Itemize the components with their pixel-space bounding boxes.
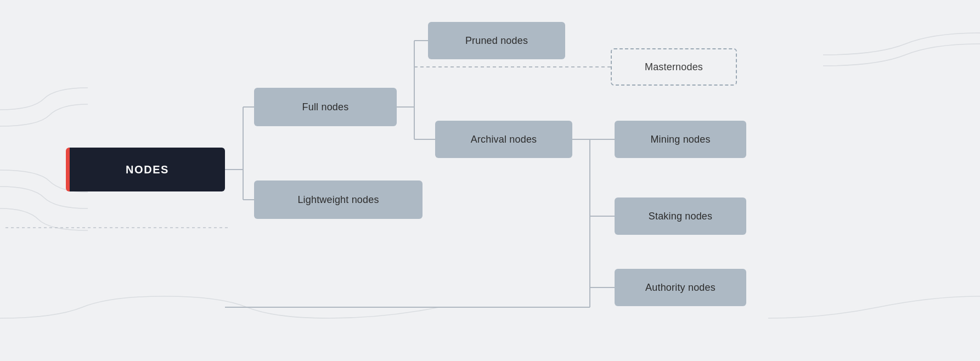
pruned-nodes-label: Pruned nodes: [465, 35, 528, 47]
authority-nodes-box: Authority nodes: [615, 269, 746, 306]
root-node: NODES: [66, 148, 225, 191]
archival-nodes-box: Archival nodes: [435, 121, 572, 158]
diagram-container: NODES Full nodes Lightweight nodes Prune…: [0, 0, 980, 361]
pruned-nodes-box: Pruned nodes: [428, 22, 565, 59]
authority-nodes-label: Authority nodes: [645, 282, 716, 294]
root-node-label: NODES: [126, 163, 169, 176]
mining-nodes-label: Mining nodes: [650, 134, 710, 145]
masternodes-box: Masternodes: [611, 48, 737, 86]
lightweight-nodes-box: Lightweight nodes: [254, 180, 423, 219]
mining-nodes-box: Mining nodes: [615, 121, 746, 158]
archival-nodes-label: Archival nodes: [471, 134, 537, 145]
full-nodes-label: Full nodes: [302, 101, 349, 113]
full-nodes-box: Full nodes: [254, 88, 397, 126]
staking-nodes-box: Staking nodes: [615, 198, 746, 235]
lightweight-nodes-label: Lightweight nodes: [297, 194, 379, 206]
staking-nodes-label: Staking nodes: [649, 211, 712, 222]
masternodes-label: Masternodes: [645, 61, 703, 73]
